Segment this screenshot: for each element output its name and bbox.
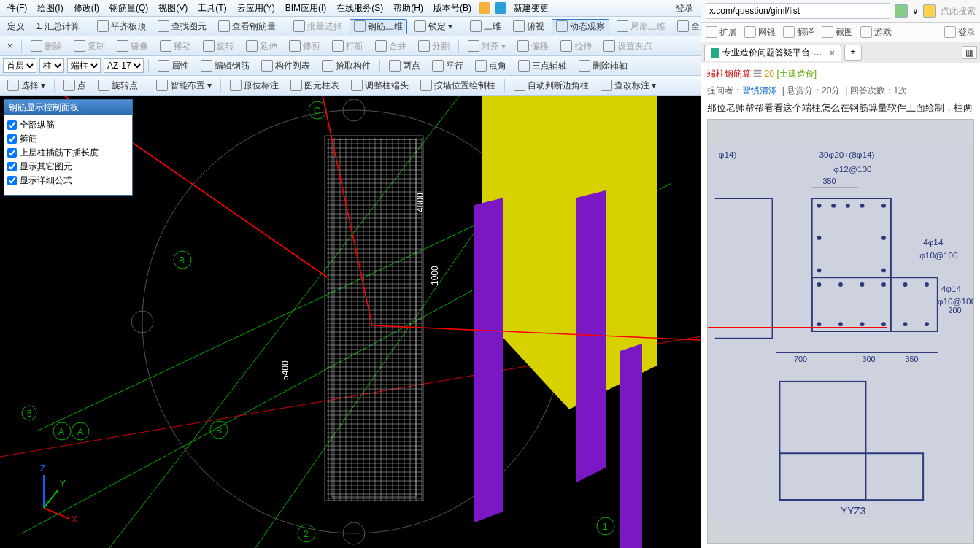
svg-text:4φ14: 4φ14 [941, 284, 962, 294]
define-button[interactable]: 定义 [3, 19, 29, 34]
auto-corner-button[interactable]: 自动判断边角柱 [509, 78, 593, 93]
ext-expand[interactable]: 扩展 [706, 26, 737, 39]
trim-button[interactable]: 修剪 [285, 39, 325, 54]
col-table-button[interactable]: 图元柱表 [286, 78, 344, 93]
fullscreen-button[interactable]: 全屏 [673, 19, 701, 34]
chk-stirrup[interactable] [7, 134, 17, 144]
orig-mark-button[interactable]: 原位标注 [225, 78, 283, 93]
chk-upper[interactable] [7, 148, 17, 158]
chk-other[interactable] [7, 162, 17, 171]
rotate-button[interactable]: 旋转 [198, 39, 239, 54]
point-button[interactable]: 点 [59, 78, 90, 93]
fav-icon[interactable] [923, 4, 936, 18]
edit-rebar-button[interactable]: 编辑钢筋 [196, 58, 254, 74]
go-icon[interactable] [895, 4, 908, 18]
new-change[interactable]: 新建变更 [509, 1, 553, 15]
url-dropdown[interactable]: ∨ [912, 6, 919, 16]
align-button[interactable]: 对齐▾ [463, 39, 510, 54]
menu-modify[interactable]: 修改(I) [69, 1, 104, 15]
component-list-button[interactable]: 构件列表 [257, 58, 315, 74]
svg-text:A: A [77, 427, 83, 437]
ext-login[interactable]: 登录 [944, 26, 976, 39]
find-elem-button[interactable]: 查找图元 [153, 19, 211, 34]
copy-button[interactable]: 复制 [69, 39, 109, 54]
property-button[interactable]: 属性 [153, 58, 193, 74]
menu-view[interactable]: 视图(V) [154, 1, 192, 15]
chk-all-long[interactable] [7, 120, 17, 130]
view-rebar-button[interactable]: 查看钢筋量 [214, 19, 280, 34]
offset-button[interactable]: 偏移 [513, 39, 553, 54]
ext-game[interactable]: 游戏 [860, 26, 892, 39]
menu-draw[interactable]: 绘图(I) [33, 1, 67, 15]
menu-cloud[interactable]: 云应用(Y) [233, 1, 279, 15]
panel-item[interactable]: 显示详细公式 [7, 174, 129, 188]
split-button[interactable]: 分割 [414, 39, 454, 54]
draw-by-wall-button[interactable]: 按墙位置绘制柱 [416, 78, 500, 93]
grip-button[interactable]: 设置夹点 [599, 39, 657, 54]
parallel-button[interactable]: 平行 [428, 58, 468, 74]
user-link[interactable]: 習慣清泺 [742, 85, 777, 96]
ext-bank[interactable]: 网银 [744, 26, 776, 39]
view-icon [218, 20, 230, 32]
menu-version[interactable]: 版本号(B) [429, 1, 476, 15]
top-view-button[interactable]: 俯视 [509, 19, 549, 34]
id-combo[interactable]: AZ-17 [104, 58, 144, 73]
app-icon-2[interactable] [495, 2, 506, 14]
merge-button[interactable]: 合并 [371, 39, 411, 54]
viewport-3d[interactable]: A B C 5 2 1 A B [0, 96, 701, 548]
new-tab-button[interactable]: + [844, 45, 862, 61]
point-angle-button[interactable]: 点角 [471, 58, 511, 74]
tab-active[interactable]: 专业造价问题答疑平台-广联达 × [704, 45, 841, 61]
menu-bim[interactable]: BIM应用(I) [281, 1, 331, 15]
menu-help[interactable]: 帮助(H) [389, 1, 428, 15]
svg-point-158 [881, 268, 886, 272]
flat-top-button[interactable]: 平齐板顶 [93, 19, 150, 34]
mirror-button[interactable]: 镜像 [112, 39, 153, 54]
ext-shot[interactable]: 截图 [822, 26, 853, 39]
lock-button[interactable]: 锁定▾ [410, 19, 457, 34]
two-point-button[interactable]: 两点 [385, 58, 425, 74]
select-button[interactable]: 选择▾ [3, 78, 50, 93]
panel-item[interactable]: 上层柱插筋下插长度 [7, 146, 129, 160]
stretch-button[interactable]: 拉伸 [556, 39, 596, 54]
tab-close-icon[interactable]: × [830, 48, 835, 58]
batch-select-button[interactable]: 批量选择 [289, 19, 347, 34]
extend-button[interactable]: 延伸 [242, 39, 282, 54]
tab-overflow-icon[interactable]: ▥ [962, 46, 977, 59]
type-combo[interactable]: 端柱 [67, 58, 101, 73]
smart-place-button[interactable]: 智能布置▾ [152, 78, 216, 93]
chk-formula[interactable] [7, 176, 17, 185]
menu-file[interactable]: 件(F) [3, 1, 31, 15]
menu-rebar[interactable]: 钢筋量(Q) [105, 1, 153, 15]
menu-tools[interactable]: 工具(T) [193, 1, 231, 15]
panel-item[interactable]: 箍筋 [7, 132, 129, 146]
three-d-button[interactable]: 三维 [466, 19, 506, 34]
close-button[interactable]: × [3, 39, 17, 53]
break-button[interactable]: 打断 [328, 39, 368, 54]
floor-combo[interactable]: 首层 [3, 58, 36, 73]
category-combo[interactable]: 柱 [39, 58, 64, 73]
adjust-head-button[interactable]: 调整柱端头 [347, 78, 413, 93]
search-placeholder[interactable]: 点此搜索 [941, 5, 976, 18]
menu-online[interactable]: 在线服务(S) [332, 1, 387, 15]
delete-button[interactable]: 删除 [26, 39, 66, 54]
rotate-point-button[interactable]: 旋转点 [93, 78, 142, 93]
sum-button[interactable]: Σ 汇总计算 [32, 19, 84, 34]
move-button[interactable]: 移动 [155, 39, 196, 54]
rebar-3d-button[interactable]: 钢筋三维 [350, 19, 407, 34]
panel-item[interactable]: 全部纵筋 [7, 118, 129, 132]
ext-trans[interactable]: 翻译 [783, 26, 814, 39]
url-input[interactable] [706, 3, 890, 19]
review-mark-button[interactable]: 查改标注▾ [596, 78, 660, 93]
svg-text:700: 700 [794, 355, 807, 363]
local-3d-button[interactable]: 局部三维 [612, 19, 670, 34]
login-link[interactable]: 登录 [671, 2, 698, 15]
dynamic-button[interactable]: 动态观察 [552, 19, 609, 34]
pick-button[interactable]: 拾取构件 [317, 58, 375, 74]
rebar-display-panel[interactable]: 钢筋显示控制面板 全部纵筋 箍筋 上层柱插筋下插长度 显示其它图元 显示详细公式 [4, 99, 133, 196]
app-icon-1[interactable] [479, 2, 490, 14]
edit-icon [201, 60, 212, 72]
panel-item[interactable]: 显示其它图元 [7, 160, 129, 174]
delete-aux-button[interactable]: 删除辅轴 [574, 58, 632, 74]
three-axis-button[interactable]: 三点辅轴 [514, 58, 571, 74]
